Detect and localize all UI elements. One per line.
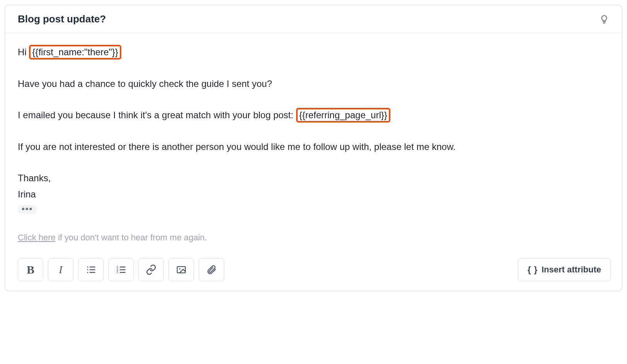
attribute-referring-url[interactable]: {{referring_page_url}} xyxy=(296,108,390,122)
link-button[interactable] xyxy=(138,258,164,281)
lightbulb-icon[interactable] xyxy=(599,14,609,24)
svg-point-2 xyxy=(87,269,88,270)
svg-point-13 xyxy=(179,268,181,270)
bold-icon: B xyxy=(27,263,34,276)
italic-button[interactable]: I xyxy=(48,258,73,281)
signature: Irina xyxy=(18,187,609,201)
numbered-list-button[interactable]: 1 2 3 xyxy=(108,258,134,281)
bullet-list-button[interactable] xyxy=(78,258,104,281)
body-line-3-prefix: I emailed you because I think it's a gre… xyxy=(18,110,296,120)
bullet-list-icon xyxy=(85,264,96,275)
body-line-2: Have you had a chance to quickly check t… xyxy=(18,77,609,91)
expand-quoted-content-button[interactable]: ••• xyxy=(18,205,37,214)
unsubscribe-link[interactable]: Click here xyxy=(18,233,56,242)
unsubscribe-rest: if you don't want to hear from me again. xyxy=(56,233,207,242)
body-line-4: If you are not interested or there is an… xyxy=(18,139,609,154)
email-editor-panel: Blog post update? Hi {{first_name:"there… xyxy=(5,5,622,291)
attachment-button[interactable] xyxy=(199,258,224,281)
email-body[interactable]: Hi {{first_name:"there"}} Have you had a… xyxy=(5,33,622,252)
numbered-list-icon: 1 2 3 xyxy=(116,264,126,275)
svg-text:3: 3 xyxy=(116,270,118,274)
attribute-first-name[interactable]: {{first_name:"there"}} xyxy=(29,45,121,60)
italic-icon: I xyxy=(59,264,62,276)
image-button[interactable] xyxy=(169,258,194,281)
greeting-prefix: Hi xyxy=(18,47,29,57)
subject-row: Blog post update? xyxy=(5,5,622,33)
image-icon xyxy=(176,264,187,275)
tool-group-left: B I 1 xyxy=(18,258,224,281)
svg-point-4 xyxy=(87,272,88,273)
formatting-toolbar: B I 1 xyxy=(5,252,622,291)
greeting-line: Hi {{first_name:"there"}} xyxy=(18,45,609,60)
subject-line[interactable]: Blog post update? xyxy=(18,13,106,25)
insert-attribute-label: Insert attribute xyxy=(542,265,601,275)
link-icon xyxy=(146,264,157,275)
insert-attribute-button[interactable]: { } Insert attribute xyxy=(518,258,611,281)
svg-point-0 xyxy=(87,267,88,268)
unsubscribe-row: Click here if you don't want to hear fro… xyxy=(18,231,609,244)
braces-icon: { } xyxy=(528,265,538,275)
signoff: Thanks, xyxy=(18,171,609,185)
bold-button[interactable]: B xyxy=(18,258,43,281)
paperclip-icon xyxy=(206,264,217,275)
body-line-3: I emailed you because I think it's a gre… xyxy=(18,108,609,122)
